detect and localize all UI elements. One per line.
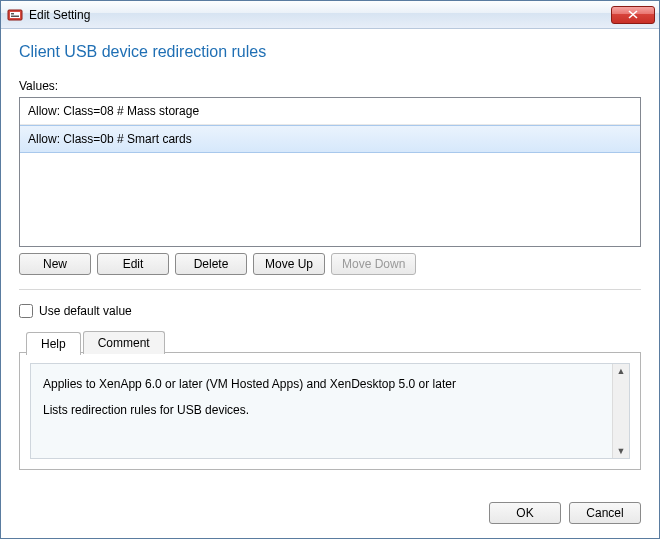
help-text: Applies to XenApp 6.0 or later (VM Hoste… xyxy=(43,374,604,448)
tab-comment[interactable]: Comment xyxy=(83,331,165,354)
help-line: Lists redirection rules for USB devices. xyxy=(43,400,604,420)
delete-button[interactable]: Delete xyxy=(175,253,247,275)
scrollbar[interactable]: ▲ ▼ xyxy=(612,364,629,458)
svg-rect-3 xyxy=(11,15,19,17)
app-icon xyxy=(7,7,23,23)
new-button[interactable]: New xyxy=(19,253,91,275)
window-frame: Edit Setting Client USB device redirecti… xyxy=(0,0,660,539)
close-button[interactable] xyxy=(611,6,655,24)
dialog-content: Client USB device redirection rules Valu… xyxy=(1,29,659,490)
help-tab-body: Applies to XenApp 6.0 or later (VM Hoste… xyxy=(30,363,630,459)
list-item[interactable]: Allow: Class=08 # Mass storage xyxy=(20,98,640,125)
list-item[interactable]: Allow: Class=0b # Smart cards xyxy=(20,125,640,153)
edit-button[interactable]: Edit xyxy=(97,253,169,275)
help-line: Applies to XenApp 6.0 or later (VM Hoste… xyxy=(43,374,604,394)
scroll-down-icon[interactable]: ▼ xyxy=(613,444,629,458)
divider xyxy=(19,289,641,290)
titlebar[interactable]: Edit Setting xyxy=(1,1,659,29)
cancel-button[interactable]: Cancel xyxy=(569,502,641,524)
tabs-wrap: Help Comment Applies to XenApp 6.0 or la… xyxy=(19,352,641,470)
window-title: Edit Setting xyxy=(29,8,611,22)
values-listbox[interactable]: Allow: Class=08 # Mass storage Allow: Cl… xyxy=(19,97,641,247)
ok-button[interactable]: OK xyxy=(489,502,561,524)
svg-rect-1 xyxy=(10,12,20,18)
use-default-row[interactable]: Use default value xyxy=(19,304,641,318)
page-title: Client USB device redirection rules xyxy=(19,43,641,61)
use-default-checkbox[interactable] xyxy=(19,304,33,318)
tabs-header: Help Comment xyxy=(26,331,167,354)
tab-help[interactable]: Help xyxy=(26,332,81,355)
svg-rect-2 xyxy=(11,13,14,15)
scroll-up-icon[interactable]: ▲ xyxy=(613,364,629,378)
dialog-footer: OK Cancel xyxy=(1,490,659,538)
list-button-row: New Edit Delete Move Up Move Down xyxy=(19,253,641,275)
use-default-label: Use default value xyxy=(39,304,132,318)
move-up-button[interactable]: Move Up xyxy=(253,253,325,275)
tab-panel: Help Comment Applies to XenApp 6.0 or la… xyxy=(19,352,641,470)
move-down-button[interactable]: Move Down xyxy=(331,253,416,275)
values-label: Values: xyxy=(19,79,641,93)
